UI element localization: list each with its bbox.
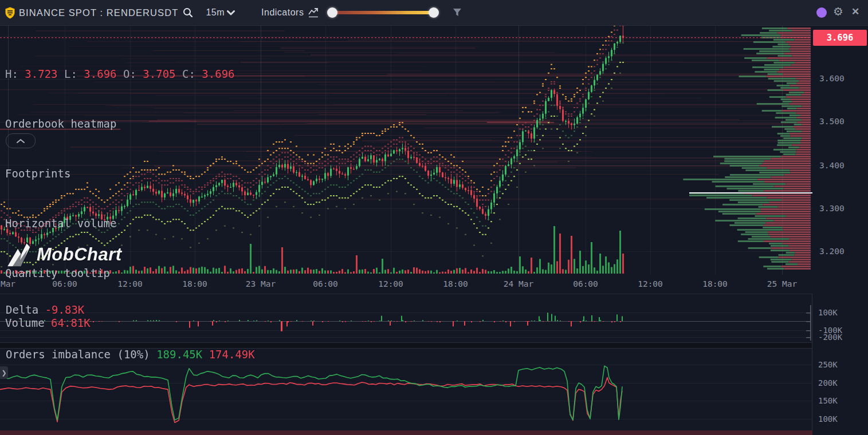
slider-handle-left[interactable] [327, 7, 337, 18]
binance-logo-icon [5, 7, 15, 19]
legend-volume[interactable]: Volume 64.81K [5, 315, 235, 331]
imbalance-legend[interactable]: Orders imbalance (10%) 189.45K 174.49K [6, 348, 255, 361]
time-axis-label: 12:00 [378, 279, 403, 288]
search-icon[interactable] [183, 7, 193, 18]
chevron-up-icon [16, 139, 25, 144]
volume-label: Volume [5, 317, 45, 329]
time-axis-label: 25 Mar [767, 279, 797, 288]
ohlc-l-value: 3.696 [84, 68, 116, 80]
imbalance-axis-label: 100K [818, 414, 838, 424]
imbalance-axis-label: 200K [818, 378, 838, 387]
legend-quantity-tooltip[interactable]: Quantity tooltip [5, 265, 235, 282]
heatmap-intensity-slider[interactable] [332, 11, 434, 14]
price-axis-label: 3.300 [819, 204, 845, 213]
last-price-badge: 3.696 [813, 30, 867, 46]
imbalance-label: Orders imbalance (10%) [6, 348, 150, 361]
imbalance-axis-label: 250K [818, 360, 838, 369]
slider-handle-right[interactable] [429, 7, 439, 18]
imbalance-axis-label: 150K [818, 396, 838, 405]
legend-footprints[interactable]: Footprints [5, 165, 235, 182]
ohlc-l-label: L: [64, 68, 77, 80]
delta-label: Delta [6, 303, 38, 316]
gear-icon[interactable]: ⚙ [833, 5, 843, 18]
status-dot[interactable] [816, 7, 827, 18]
mobchart-app: BINANCE SPOT : RENDERUSDT 15m Indicators… [0, 0, 868, 435]
ohlc-c-label: C: [182, 68, 195, 80]
imbalance-green-value: 189.45K [156, 348, 202, 361]
delta-axis-label: 100K [818, 308, 838, 317]
ohlc-row: H: 3.723 L: 3.696 O: 3.705 C: 3.696 [5, 66, 235, 82]
legend-horizontal-volume[interactable]: Horizontal volume [5, 215, 235, 232]
time-axis-label: 06:00 [313, 279, 338, 288]
delta-legend[interactable]: Delta -9.83K [6, 303, 84, 316]
panel-expand-chevron[interactable]: ❯ [0, 366, 8, 379]
trend-line-icon [308, 8, 319, 18]
ohlc-o-label: O: [123, 68, 136, 80]
price-axis-label: 3.500 [819, 117, 845, 126]
ohlc-h-value: 3.723 [25, 68, 57, 80]
timeframe-selector[interactable]: 15m [206, 7, 235, 18]
ohlc-o-value: 3.705 [143, 68, 175, 80]
delta-axis-label: -200K [818, 333, 842, 342]
time-axis-label: 18:00 [702, 279, 728, 288]
indicators-label: Indicators [261, 7, 304, 18]
right-axis-line [812, 294, 812, 435]
price-axis-label: 3.400 [819, 161, 845, 170]
time-axis-label: 12:00 [638, 279, 663, 288]
top-toolbar: BINANCE SPOT : RENDERUSDT 15m Indicators… [0, 0, 868, 26]
legend-orderbook-heatmap[interactable]: Orderbook heatmap [5, 116, 235, 132]
imbalance-red-value: 174.49K [209, 348, 255, 361]
time-axis-label: 24 Mar [504, 279, 533, 288]
close-icon[interactable]: ✕ [851, 6, 859, 18]
timeframe-value: 15m [206, 7, 225, 18]
time-axis-label: 18:00 [443, 279, 468, 288]
price-axis-label: 3.200 [819, 247, 845, 256]
ohlc-h-label: H: [5, 68, 18, 80]
indicators-button[interactable]: Indicators [261, 7, 319, 18]
time-axis-label: 23 Mar [246, 279, 276, 288]
chevron-down-icon [227, 10, 235, 15]
volume-value: 64.81K [51, 317, 91, 329]
time-axis-label: 06:00 [573, 279, 598, 288]
filter-icon[interactable] [453, 8, 462, 17]
price-axis-label: 3.600 [819, 74, 845, 83]
delta-value: -9.83K [45, 303, 85, 316]
legend-collapse-button[interactable] [6, 133, 36, 148]
ohlc-c-value: 3.696 [202, 68, 234, 80]
bottom-strip [0, 430, 812, 435]
symbol-selector[interactable]: BINANCE SPOT : RENDERUSDT [19, 7, 178, 18]
